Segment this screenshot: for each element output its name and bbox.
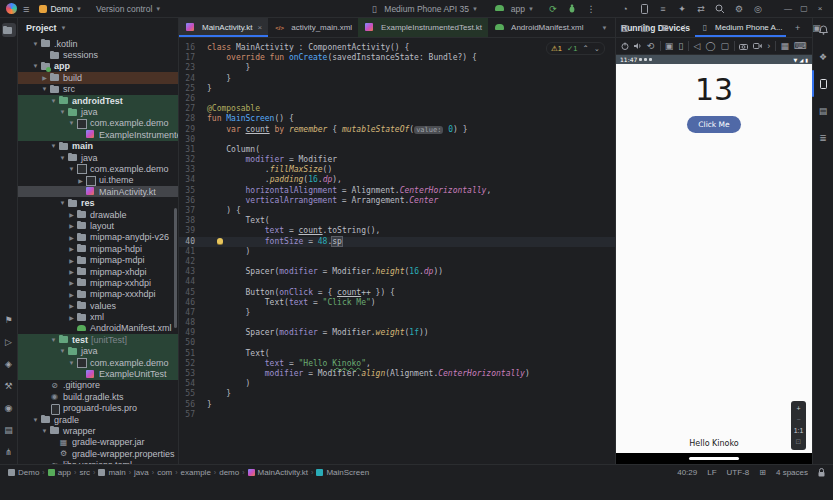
code-line-38[interactable]: 38 Text( [179,216,615,226]
code-line-46[interactable]: 46 Text(text = "Click Me") [179,298,615,308]
code-line-56[interactable]: 56} [179,400,615,410]
vcs-selector[interactable]: Version control ▼ [92,3,165,15]
chevron-down-icon[interactable]: ▼ [31,417,40,423]
tab-exampleinstrumentedtest-kt[interactable]: ExampleInstrumentedTest.kt [358,18,488,37]
tree-item-build-gradle-kts[interactable]: ◉build.gradle.kts [18,391,178,402]
chevron-down-icon[interactable]: ▼ [58,348,67,354]
assistant-icon[interactable]: ❖ [816,49,831,64]
split-icon[interactable]: ▥ [618,23,632,33]
close-icon[interactable]: × [258,23,263,32]
click-me-button[interactable]: Click Me [687,116,740,133]
tree-item-build[interactable]: ▶build [18,72,178,83]
chevron-right-icon[interactable]: ▶ [76,177,85,184]
split-right-icon[interactable]: ◫ [638,23,652,33]
code-line-44[interactable]: 44 [179,277,615,287]
kebab-icon[interactable]: ⋮ [584,4,598,14]
code-area[interactable]: 16class MainActivity : ComponentActivity… [179,38,615,464]
code-line-54[interactable]: 54 ) [179,379,615,389]
code-line-53[interactable]: 53 modifier = Modifier.align(Alignment.C… [179,369,615,379]
build-tool-icon[interactable]: ⚒ [2,379,16,393]
tree-item-main[interactable]: ▼main [18,141,178,152]
tree-item-gradle-wrapper-properties[interactable]: ⚙gradle-wrapper.properties [18,448,178,459]
chevron-right-icon[interactable]: ▶ [40,74,49,81]
code-line-41[interactable]: 41 ) [179,247,615,257]
code-line-57[interactable]: 57 [179,410,615,420]
bookmarks-icon[interactable]: ⚑ [2,313,16,327]
account-icon[interactable]: ◎ [751,4,765,14]
run-tool-icon[interactable]: ▷ [2,335,16,349]
lock-icon[interactable] [818,468,825,477]
profiler-icon[interactable]: ◔ [618,4,632,14]
code-line-42[interactable]: 42 [179,257,615,267]
breadcrumb-mainscreen[interactable]: MainScreen [316,468,369,477]
tab-mainactivity-kt[interactable]: MainActivity.kt× [179,18,268,37]
tree-item-app[interactable]: ▼app [18,61,178,72]
device-tab[interactable]: ▯ Medium Phone A... [695,18,786,37]
chevron-right-icon[interactable]: ▶ [67,257,76,264]
breadcrumb-mainactivity-kt[interactable]: MainActivity.kt [248,468,309,477]
tree-item-res[interactable]: ▼res [18,197,178,208]
debug-icon[interactable] [565,4,579,13]
run-config-selector[interactable]: app ▼ [490,2,538,15]
tab-androidmanifest-xml[interactable]: AndroidManifest.xml [488,18,589,37]
power-icon[interactable] [621,42,629,50]
chevron-down-icon[interactable]: ▼ [58,155,67,161]
code-line-25[interactable]: 25} [179,84,615,94]
logcat-icon[interactable]: ≣ [816,130,831,145]
code-line-36[interactable]: 36 verticalArrangement = Arrangement.Cen… [179,196,615,206]
emulator-screen[interactable]: 13 Click Me Hello Kinoko [616,64,812,453]
chevron-down-icon[interactable]: ▼ [67,360,76,366]
chevron-down-icon[interactable]: ▼ [40,428,49,434]
record-icon[interactable] [753,43,762,49]
chevron-down-icon[interactable]: ▼ [58,109,67,115]
chevron-down-icon[interactable]: ▼ [598,25,612,31]
project-selector[interactable]: Demo ▼ [35,3,86,15]
tree-item-mipmap-hdpi[interactable]: ▶mipmap-hdpi [18,243,178,254]
chevron-down-icon[interactable]: ▼ [67,120,76,126]
code-line-34[interactable]: 34 .padding(16.dp), [179,175,615,185]
snapshot-icon[interactable]: ▦ [780,41,789,51]
cursor-position[interactable]: 40:29 [677,468,697,477]
indent-setting[interactable]: 4 spaces [776,468,808,477]
code-line-17[interactable]: 17 override fun onCreate(savedInstanceSt… [179,53,615,63]
device-selector[interactable]: ▯ Medium Phone API 35 ▼ [363,3,482,15]
chevron-right-icon[interactable]: ▶ [67,245,76,252]
tree-item-com-example-demo[interactable]: ▼com.example.demo [18,357,178,368]
chevron-down-icon[interactable]: ▼ [49,337,58,343]
minimize-icon[interactable]: — [781,4,795,13]
tree-item-com-example-demo[interactable]: ▼com.example.demo [18,118,178,129]
rotate-icon[interactable]: ⟲ [647,41,655,51]
problems-icon[interactable]: ◉ [2,401,16,415]
breadcrumb-java[interactable]: java [134,468,149,477]
code-line-52[interactable]: 52 text = "Hello Kinoko", [179,359,615,369]
tree-item-gradle-wrapper-jar[interactable]: ▦gradle-wrapper.jar [18,437,178,448]
chevron-right-icon[interactable]: › [767,41,770,51]
tree-item-androidmanifest-xml[interactable]: AndroidManifest.xml [18,323,178,334]
preview-icon[interactable]: ⊠ [658,23,672,33]
rerun-icon[interactable]: ⟳ [546,4,560,14]
home-icon[interactable]: ◯ [705,41,715,51]
tree-item-androidtest[interactable]: ▼androidTest [18,95,178,106]
tree-item-exampleinstrumentedtest[interactable]: ExampleInstrumentedTest [18,129,178,140]
tree-item-values[interactable]: ▶values [18,300,178,311]
running-devices-icon[interactable] [816,76,831,91]
code-line-45[interactable]: 45 Button(onClick = { count++ }) { [179,288,615,298]
tree-item-com-example-demo[interactable]: ▼com.example.demo [18,163,178,174]
tree-item-exampleunittest[interactable]: ExampleUnitTest [18,368,178,379]
tree-scrollbar[interactable] [174,208,177,328]
tree-item-wrapper[interactable]: ▼wrapper [18,425,178,436]
tree-item-libs-versions-toml[interactable]: ≋libs.versions.toml [18,459,178,464]
device-explorer-icon[interactable]: ▤ [816,103,831,118]
code-line-51[interactable]: 51 Text( [179,349,615,359]
tree-item-src[interactable]: ▼src [18,84,178,95]
chevron-down-icon[interactable]: ▼ [67,166,76,172]
tree-item-mipmap-anydpi-v26[interactable]: ▶mipmap-anydpi-v26 [18,232,178,243]
close-icon[interactable]: × [813,4,827,13]
code-line-40[interactable]: 40 fontSize = 48.sp [179,237,615,247]
git-icon[interactable]: ⋔ [2,445,16,459]
tree-item-java[interactable]: ▼java [18,346,178,357]
tree-item-mipmap-xxhdpi[interactable]: ▶mipmap-xxhdpi [18,277,178,288]
home-pill[interactable] [689,457,739,460]
code-line-24[interactable]: 24 } [179,74,615,84]
fold-icon[interactable]: ▣ [665,41,674,51]
